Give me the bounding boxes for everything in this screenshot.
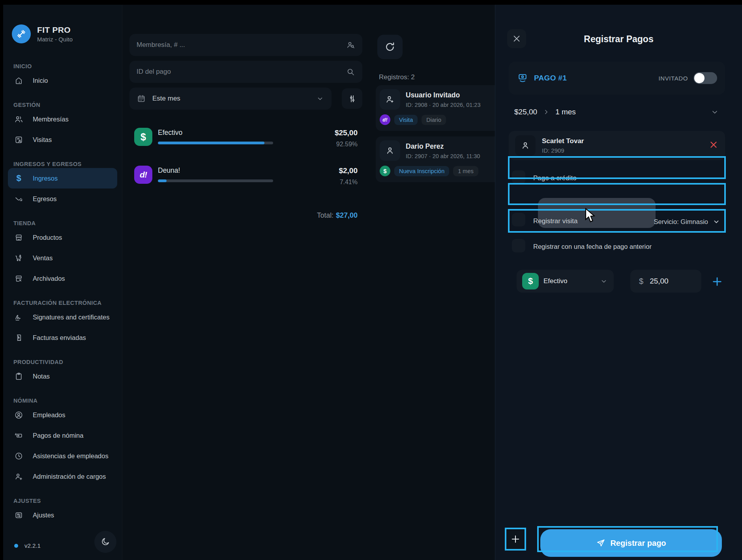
sidebar-item-egresos[interactable]: Egresos xyxy=(8,189,117,209)
member-id: ID: 2909 xyxy=(542,147,584,154)
store-x-icon xyxy=(14,274,23,283)
cash-tag-icon: $ xyxy=(380,166,390,176)
methods-total: Total:$27,00 xyxy=(240,211,358,220)
membership-search-input[interactable]: Membresía, # ... xyxy=(129,34,362,56)
remove-member-button[interactable] xyxy=(708,140,719,151)
storefront-icon xyxy=(14,233,23,242)
sidebar-item-label: Asistencias de empleados xyxy=(33,452,109,460)
plan-duration: 1 mes xyxy=(555,108,705,116)
sidebar-item-visitas[interactable]: Visitas xyxy=(8,129,117,150)
payment-amount-input[interactable]: $ 25,00 xyxy=(630,270,701,293)
add-payment-method-button[interactable] xyxy=(710,274,724,289)
section-label-ajustes: AJUSTES xyxy=(13,498,122,505)
section-label-nomina: NÓMINA xyxy=(13,398,122,405)
record-tag-duration: Diario xyxy=(422,115,446,125)
sidebar-item-label: Productos xyxy=(33,234,62,241)
refresh-button[interactable] xyxy=(377,35,403,59)
member-person-icon xyxy=(515,135,536,156)
sidebar-item-inicio[interactable]: Inicio xyxy=(8,70,117,91)
cart-icon xyxy=(14,254,23,263)
sidebar-item-ajustes[interactable]: Ajustes xyxy=(8,505,117,525)
sidebar-item-label: Visitas xyxy=(33,136,52,144)
remove-icon xyxy=(708,140,719,150)
plan-price: $25,00 xyxy=(514,108,537,116)
brand-name: FIT PRO xyxy=(37,25,73,35)
chevron-down-icon xyxy=(316,94,324,103)
sidebar-item-admin-cargos[interactable]: Administración de cargos xyxy=(8,466,117,487)
sidebar-item-ventas[interactable]: Ventas xyxy=(8,248,117,268)
sidebar-item-label: Signatures and certificates xyxy=(33,314,109,321)
register-payments-panel: Registrar Pagos PAGO #1 INVITADO $25,00 … xyxy=(495,5,742,560)
dark-mode-toggle[interactable] xyxy=(94,531,116,553)
payment-id-input[interactable]: ID del pago xyxy=(129,61,362,83)
sidebar-item-archivados[interactable]: Archivados xyxy=(8,268,117,289)
cash-method-icon: $ xyxy=(522,273,539,289)
chevron-right-icon xyxy=(543,108,550,116)
sidebar-item-facturas-enviadas[interactable]: Facturas enviadas xyxy=(8,327,117,348)
toggle-knob xyxy=(694,73,705,83)
filters-button[interactable] xyxy=(342,88,362,109)
total-value: $27,00 xyxy=(336,211,358,219)
sidebar-item-pagos-nomina[interactable]: Pagos de nómina xyxy=(8,425,117,446)
guest-label: INVITADO xyxy=(658,75,688,82)
sidebar-item-signatures[interactable]: Signatures and certificates xyxy=(8,307,117,327)
record-row[interactable]: Usuario Invitado ID: 2908 · 20 abr 2026,… xyxy=(376,85,501,131)
backdate-checkbox[interactable] xyxy=(512,239,525,252)
cash-method-icon: $ xyxy=(134,128,152,146)
method-amount: $2,00 xyxy=(314,166,358,175)
plan-dropdown[interactable]: $25,00 1 mes xyxy=(509,102,725,122)
sidebar-item-label: Egresos xyxy=(33,195,57,203)
sidebar-item-notas[interactable]: Notas xyxy=(8,366,117,386)
sidebar-item-empleados[interactable]: Empleados xyxy=(8,405,117,425)
method-percent: 92.59% xyxy=(314,141,358,148)
chevron-down-icon xyxy=(712,217,721,226)
total-label: Total: xyxy=(317,211,334,219)
sidebar-item-membresias[interactable]: Membresías xyxy=(8,109,117,129)
member-card: Scarlet Tovar ID: 2909 xyxy=(509,131,725,160)
period-dropdown[interactable]: Este mes xyxy=(129,88,332,110)
add-payment-button[interactable] xyxy=(505,528,526,551)
method-progress-fill xyxy=(158,179,167,182)
method-percent: 7.41% xyxy=(314,179,358,186)
plus-icon xyxy=(510,534,521,545)
sidebar-item-asistencias[interactable]: Asistencias de empleados xyxy=(8,446,117,466)
version-row: v2.2.1 xyxy=(14,542,41,549)
chevron-down-icon xyxy=(710,107,720,117)
sidebar-item-label: Ajustes xyxy=(33,511,54,519)
payment-method-select[interactable]: $ Efectivo xyxy=(517,270,614,293)
service-dropdown[interactable]: Servicio: Gimnasio xyxy=(654,217,721,226)
period-value: Este mes xyxy=(152,95,309,103)
record-row[interactable]: Dario Perez ID: 2907 · 20 abr 2026, 11:3… xyxy=(376,136,501,182)
sidebar-item-label: Inicio xyxy=(33,77,48,84)
person-plus-icon xyxy=(14,472,23,481)
plus-icon xyxy=(711,276,723,287)
person-icon xyxy=(380,140,400,161)
trend-down-icon xyxy=(14,194,23,203)
sidebar-item-label: Facturas enviadas xyxy=(33,334,86,342)
records-count: Registros: 2 xyxy=(379,73,415,81)
sidebar-item-label: Administración de cargos xyxy=(33,473,106,480)
highlight-box-2 xyxy=(508,183,726,205)
moon-icon xyxy=(100,537,111,547)
deuna-tag-icon: d! xyxy=(380,114,390,125)
payroll-card-icon xyxy=(14,431,23,440)
sidebar-item-label: Archivados xyxy=(33,275,65,282)
member-name: Scarlet Tovar xyxy=(542,137,584,145)
method-progress-fill xyxy=(158,142,264,144)
payment-number-label: PAGO #1 xyxy=(534,74,567,82)
currency-symbol: $ xyxy=(639,277,643,286)
record-tag-type: Visita xyxy=(394,115,418,125)
sidebar-item-label: Membresías xyxy=(33,116,69,123)
deuna-method-icon: d! xyxy=(134,166,152,184)
sidebar-item-ingresos[interactable]: $ Ingresos xyxy=(8,168,117,189)
highlight-box-submit xyxy=(537,526,718,552)
service-value: Servicio: Gimnasio xyxy=(654,218,708,226)
backdate-label: Registrar con una fecha de pago anterior xyxy=(533,243,652,250)
section-label-inicio: INICIO xyxy=(13,63,122,70)
sidebar-nav: INICIO Inicio GESTIÓN Membresías Visitas… xyxy=(3,52,122,525)
sidebar-item-productos[interactable]: Productos xyxy=(8,227,117,248)
guest-toggle[interactable] xyxy=(693,72,717,84)
method-summary-efectivo: $ Efectivo $25,00 92.59% xyxy=(134,128,358,156)
section-label-gestion: GESTIÓN xyxy=(13,102,122,109)
screen: 1:32 p. m. Lun 20 abr 100% xyxy=(0,0,742,560)
